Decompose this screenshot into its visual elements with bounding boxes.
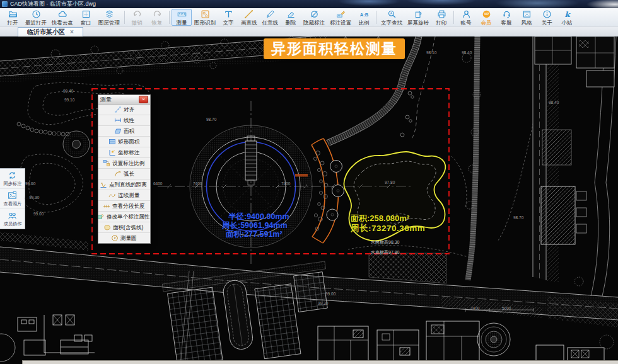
measure-panel-item-area[interactable]: 面积 xyxy=(98,126,150,137)
toolbar-button-label: 恢复 xyxy=(152,20,163,26)
toolbar-button-label: 图形识别 xyxy=(194,20,216,26)
measure-panel-item-label: 矩形面积 xyxy=(118,138,139,145)
sidebar-item-sync[interactable]: 同步标注 xyxy=(0,169,25,189)
toolbar-account-button[interactable]: 账号 xyxy=(456,9,476,26)
measure-panel-item-arc[interactable]: 弧长 xyxy=(98,169,150,179)
toolbar-layers-button[interactable]: 图层管理 xyxy=(96,9,122,26)
toolbar-button-label: 打开 xyxy=(8,20,18,26)
arc-icon xyxy=(114,170,122,178)
p2l-icon xyxy=(100,181,107,188)
toolbar-cloud-button[interactable]: 快看云盘 xyxy=(49,9,76,26)
pond-outline xyxy=(344,152,445,241)
coord-icon xyxy=(108,149,116,156)
canvas-area: 半径:9400.00mm 周长:59061.94mm 面积:277.591m² … xyxy=(0,37,618,364)
measure-panel-item-align[interactable]: 对齐 xyxy=(98,105,150,115)
measure-panel-item-cont[interactable]: 连续测量 xyxy=(98,190,150,201)
erase-icon xyxy=(286,9,296,19)
measure-panel-item-label: 连续测量 xyxy=(118,191,139,199)
toolbar-measure-button[interactable]: 测量 xyxy=(172,9,192,26)
sidebar-collapse-icon[interactable]: ◀ xyxy=(25,195,29,201)
toolbar-scale-button[interactable]: A:B比例 xyxy=(354,9,374,26)
text-icon xyxy=(224,9,233,19)
sync-icon xyxy=(8,171,17,180)
measure-panel-titlebar[interactable]: 测量 × xyxy=(98,95,150,105)
left-sidebar: 同步标注查看照片成员协作 ◀ xyxy=(0,168,25,229)
title-bar: CAD快速看图 - 临沂市某小区.dwg xyxy=(0,0,618,8)
members-icon xyxy=(8,211,17,220)
measure-panel-title: 测量 xyxy=(100,96,112,104)
rotate-icon xyxy=(414,9,423,19)
toolbar-button-label: 文字查找 xyxy=(381,20,402,26)
cad-canvas[interactable] xyxy=(0,37,618,364)
toolbar-redo-button[interactable]: 恢复 xyxy=(147,9,167,26)
toolbar-recent-button[interactable]: 最近打开 xyxy=(23,9,49,26)
sidebar-item-label: 同步标注 xyxy=(3,180,21,186)
measure-panel-item-label: 测量圆 xyxy=(120,234,137,242)
sidebar-item-members[interactable]: 成员协作 xyxy=(0,209,25,229)
toolbar-button-label: 打印 xyxy=(436,20,447,26)
toolbar-button-label: 标注设置 xyxy=(330,20,351,26)
svg-text:VIP: VIP xyxy=(484,13,489,16)
measure-icon xyxy=(177,9,187,19)
toolbar-button-label: 账号 xyxy=(461,20,472,26)
area-arc-icon xyxy=(103,224,111,231)
app-logo-icon xyxy=(2,1,8,7)
toolbar-window-button[interactable]: 窗口 xyxy=(76,9,96,26)
find-icon: A xyxy=(387,9,397,19)
tab-bar: 临沂市某小区 × xyxy=(0,26,618,37)
toolbar-button-label: 窗口 xyxy=(81,20,91,26)
status-bar xyxy=(22,360,618,364)
toolbar-about-button[interactable]: 关于 xyxy=(537,9,557,26)
app-window: CAD快速看图 - 临沂市某小区.dwg 打开最近打开快看云盘窗口图层管理撤销恢… xyxy=(0,0,618,364)
toolbar-button-label: 小站 xyxy=(562,20,573,26)
toolbar-hide-dim-button[interactable]: 隐藏标注 xyxy=(301,9,327,26)
toolbar-separator xyxy=(376,11,376,24)
toolbar-find-button[interactable]: A文字查找 xyxy=(378,9,405,26)
toolbar-button-label: 最近打开 xyxy=(25,20,47,26)
cont-icon xyxy=(108,191,116,199)
toolbar-separator xyxy=(124,11,125,24)
layers-icon xyxy=(105,9,114,19)
toolbar-erase-button[interactable]: 删除 xyxy=(281,9,301,26)
dimscale-icon xyxy=(103,159,110,167)
measure-panel-item-rect-area[interactable]: 矩形面积 xyxy=(98,137,150,147)
measure-panel-item-area-arc[interactable]: 面积(含弧线) xyxy=(98,222,150,233)
toolbar-vip-button[interactable]: VIP会员 xyxy=(476,9,496,26)
toolbar-rotate-button[interactable]: 屏幕旋转 xyxy=(405,9,431,26)
tab-close-icon[interactable]: × xyxy=(70,29,74,35)
toolbar-recognize-button[interactable]: 图形识别 xyxy=(192,9,218,26)
toolbar-freeline-button[interactable]: 任意线 xyxy=(260,9,281,26)
measure-panel-item-linear[interactable]: 线性 xyxy=(98,115,150,126)
toolbar-open-button[interactable]: 打开 xyxy=(3,9,23,26)
linear-icon xyxy=(114,117,122,124)
cloud-icon xyxy=(58,9,67,19)
measure-panel-item-coord[interactable]: 坐标标注 xyxy=(98,147,150,158)
area-icon xyxy=(114,127,122,135)
promo-banner: 异形面积轻松测量 xyxy=(264,38,405,59)
toolbar-style-button[interactable]: 风格 xyxy=(516,9,537,26)
measure-panel-item-p2l[interactable]: 点到直线的距离 xyxy=(98,179,150,190)
toolbar-undo-button[interactable]: 撤销 xyxy=(127,9,147,26)
measure-panel-close-icon[interactable]: × xyxy=(139,96,148,103)
toolbar-separator xyxy=(169,11,170,24)
tab-drawing[interactable]: 临沂市某小区 × xyxy=(18,27,83,37)
window-title: CAD快速看图 - 临沂市某小区.dwg xyxy=(10,0,96,8)
toolbar-site-button[interactable]: k小站 xyxy=(557,9,577,26)
undo-icon xyxy=(132,9,142,19)
hide-dim-icon xyxy=(310,9,319,19)
measure-panel-item-modprop[interactable]: 修改单个标注属性 xyxy=(98,212,150,222)
site-icon: k xyxy=(563,9,572,19)
measure-panel-item-dimscale[interactable]: 设置标注比例 xyxy=(98,158,150,169)
toolbar-dim-settings-button[interactable]: 标注设置 xyxy=(327,9,354,26)
toolbar-text-button[interactable]: 文字 xyxy=(218,9,238,26)
toolbar-line-button[interactable]: 画直线 xyxy=(238,9,260,26)
measure-panel-item-label: 线性 xyxy=(124,117,134,124)
sidebar-item-label: 查看照片 xyxy=(3,200,21,207)
toolbar-button-label: 删除 xyxy=(286,20,296,26)
toolbar-print-button[interactable]: 打印 xyxy=(431,9,452,26)
measure-panel-item-meascircle[interactable]: 测量圆 xyxy=(98,233,150,243)
toolbar-service-button[interactable]: 客服 xyxy=(496,9,516,26)
sidebar-item-photo[interactable]: 查看照片 xyxy=(0,189,25,209)
toolbar-button-label: 快看云盘 xyxy=(52,20,73,26)
measure-panel-item-seg[interactable]: 查看分段长度 xyxy=(98,201,150,212)
